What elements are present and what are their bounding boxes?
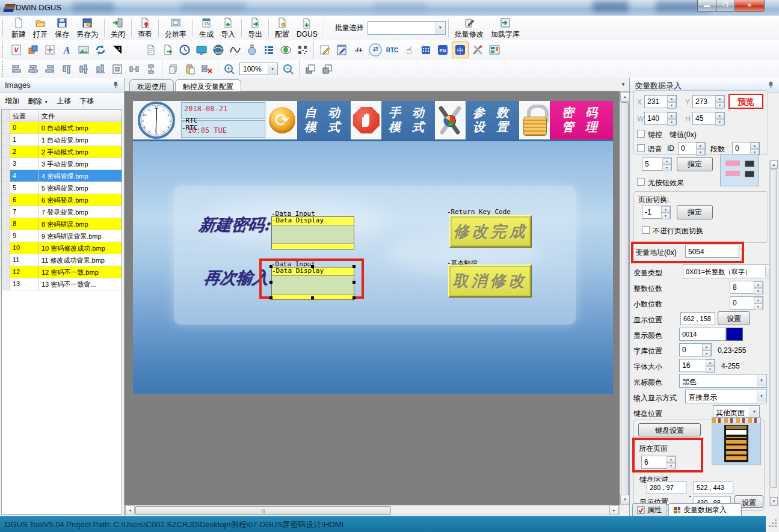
selection-handle[interactable] bbox=[353, 281, 356, 284]
toolbar-new-button[interactable]: 新建 bbox=[8, 16, 29, 40]
hand-cursor-icon[interactable]: ☝ bbox=[401, 42, 417, 58]
page-tab-1[interactable]: 触控及变量配置 bbox=[175, 79, 241, 91]
swap-arrows-icon[interactable]: ⇄ bbox=[368, 42, 383, 58]
editor-canvas[interactable]: 12369 1245 781011 2018-08-21 10:05 TUE -… bbox=[125, 91, 620, 505]
tab-list-dropdown-icon[interactable]: ▼ bbox=[621, 82, 626, 87]
password-manage-button[interactable]: 密 码管 理 bbox=[550, 101, 613, 139]
selection-handle[interactable] bbox=[353, 296, 356, 299]
toolbar-dgus-button[interactable]: DGUS bbox=[294, 16, 321, 40]
list-icon[interactable] bbox=[261, 42, 277, 58]
y-input[interactable]: 273▲▼ bbox=[692, 95, 725, 108]
toolbar-import-button[interactable]: 导入 bbox=[218, 16, 238, 40]
bring-front-icon[interactable] bbox=[303, 61, 318, 77]
image-row-12[interactable]: 1212 密码不一致.bmp bbox=[2, 266, 122, 278]
edit-pad-icon[interactable] bbox=[334, 42, 349, 58]
refresh-icon[interactable] bbox=[93, 42, 108, 58]
voice-id-input[interactable]: 0▲▼ bbox=[678, 142, 706, 155]
display-pos-set-button[interactable]: 设置 bbox=[718, 311, 750, 325]
keyboard-area-p2[interactable]: 522 , 443 bbox=[694, 481, 733, 494]
copy-icon[interactable] bbox=[165, 61, 181, 77]
image-row-0[interactable]: 00 自动模式.bmp bbox=[2, 122, 122, 134]
image-row-5[interactable]: 55 密码背景.bmp bbox=[2, 182, 122, 194]
toolbar-config-button[interactable]: 配置 bbox=[272, 16, 292, 40]
tab-attributes[interactable]: 属性 bbox=[632, 503, 667, 516]
toolbar-open-button[interactable]: 打开 bbox=[30, 16, 51, 40]
lang-en-icon[interactable]: EN bbox=[435, 42, 451, 58]
image-row-4[interactable]: 44 密码管理.bmp bbox=[2, 170, 122, 182]
toolbar-export-button[interactable]: 导出 bbox=[245, 16, 265, 40]
keyboard-preview-thumbnail[interactable] bbox=[712, 417, 761, 465]
toolbar-save-button[interactable]: 保存 bbox=[52, 16, 72, 40]
send-back-icon[interactable] bbox=[319, 61, 335, 77]
lock-icon[interactable] bbox=[519, 101, 550, 139]
batch-select-combo[interactable]: ▼ bbox=[368, 21, 446, 35]
h-input[interactable]: 45▲▼ bbox=[692, 112, 725, 125]
toolbar-close-button[interactable]: 关闭 bbox=[108, 16, 128, 40]
space-across-icon[interactable] bbox=[126, 61, 142, 77]
selection-handle[interactable] bbox=[353, 265, 356, 268]
picture-icon[interactable] bbox=[76, 42, 91, 58]
tools-icon[interactable] bbox=[435, 101, 466, 139]
font-size-input[interactable]: 16▲▼ bbox=[679, 359, 715, 372]
image-row-13[interactable]: 1313 密码不一致背... bbox=[2, 278, 122, 290]
no-button-effect-checkbox[interactable] bbox=[637, 178, 645, 186]
stop-hand-icon[interactable] bbox=[351, 101, 381, 139]
selection-handle[interactable] bbox=[269, 265, 272, 268]
column-header-pos[interactable]: 位置 bbox=[10, 110, 39, 121]
paste-icon[interactable] bbox=[182, 61, 198, 77]
toolbar-load-font-button[interactable]: 加载字库 bbox=[488, 16, 523, 40]
segment-input[interactable]: 0▲▼ bbox=[732, 142, 760, 155]
no-page-switch-checkbox[interactable] bbox=[642, 226, 650, 234]
edit-note-icon[interactable] bbox=[317, 42, 333, 58]
screen-icon[interactable] bbox=[194, 42, 209, 58]
canvas-hscrollbar[interactable]: ◄ ||| ► bbox=[125, 505, 620, 515]
clock-widget[interactable]: 12369 1245 781011 bbox=[133, 101, 180, 139]
modify-done-button[interactable]: 修改完成 bbox=[449, 215, 532, 248]
refresh-mode-icon[interactable]: ⟳ bbox=[267, 101, 297, 139]
selection-handle[interactable] bbox=[269, 281, 272, 284]
curve-icon[interactable] bbox=[227, 42, 243, 58]
align-middle-icon[interactable] bbox=[76, 61, 91, 77]
image-row-10[interactable]: 1010 密码修改成功.bmp bbox=[2, 242, 122, 254]
column-header-file[interactable]: 文件 bbox=[39, 110, 122, 121]
ellipse-icon[interactable] bbox=[278, 42, 294, 58]
voice-checkbox[interactable] bbox=[637, 144, 645, 152]
shape-icon[interactable] bbox=[244, 42, 260, 58]
selection-handle[interactable] bbox=[311, 296, 314, 299]
page-tab-0[interactable]: 欢迎使用 bbox=[129, 79, 174, 91]
dec-digits-input[interactable]: 0▲▼ bbox=[730, 296, 763, 310]
align-left-icon[interactable] bbox=[8, 61, 24, 77]
cancel-modify-button[interactable]: 取消修改 bbox=[448, 264, 532, 298]
clock-icon[interactable] bbox=[177, 42, 192, 58]
invert-1-icon[interactable]: 1 bbox=[109, 42, 125, 58]
panel-vscrollbar[interactable]: ▲ ▼ bbox=[769, 160, 778, 506]
keyboard-area-p1[interactable]: 280 , 97 bbox=[647, 481, 686, 494]
toolbar-save-as-button[interactable]: 另存为 bbox=[73, 16, 101, 40]
font-icon[interactable]: A bbox=[59, 42, 75, 58]
int-digits-input[interactable]: 8▲▼ bbox=[730, 281, 763, 294]
picture-id-input[interactable]: 5▲▼ bbox=[642, 157, 672, 171]
selection-handle[interactable] bbox=[311, 265, 314, 268]
image-row-2[interactable]: 22 手动模式.bmp bbox=[2, 146, 122, 158]
add-image-button[interactable]: 增加 bbox=[5, 96, 19, 106]
align-center-icon[interactable] bbox=[25, 61, 41, 77]
minus-plus-icon[interactable]: -/+ bbox=[351, 42, 366, 58]
key-control-checkbox[interactable] bbox=[637, 130, 645, 138]
time-display[interactable]: 10:05 TUE bbox=[188, 126, 265, 135]
datetime-widget[interactable]: 2018-08-21 10:05 TUE -RTC -RTC bbox=[180, 101, 267, 139]
center-in-form-icon[interactable] bbox=[109, 61, 125, 77]
page-export-icon[interactable] bbox=[160, 42, 176, 58]
toolbar-generate-button[interactable]: 13生成 bbox=[196, 16, 217, 40]
date-display[interactable]: 2018-08-21 bbox=[184, 105, 265, 113]
auto-mode-button[interactable]: 自 动模 式 bbox=[297, 101, 351, 139]
keyboard-setting-button[interactable]: 键盘设置 bbox=[638, 423, 701, 436]
tools-icon[interactable] bbox=[470, 42, 485, 58]
zoom-level-combo[interactable]: 100%▼ bbox=[239, 63, 278, 75]
input-mode-select[interactable]: 直接显示▼ bbox=[685, 390, 767, 403]
font-lib-input[interactable]: 0▲▼ bbox=[679, 343, 712, 356]
minimize-button[interactable]: ▬ bbox=[697, 0, 716, 12]
maximize-button[interactable]: ❐ bbox=[716, 0, 735, 12]
numbers-123-icon[interactable] bbox=[126, 42, 142, 58]
display-pos-value[interactable]: 662 , 158 bbox=[680, 312, 715, 325]
cursor-color-select[interactable]: 黑色▼ bbox=[679, 374, 767, 388]
